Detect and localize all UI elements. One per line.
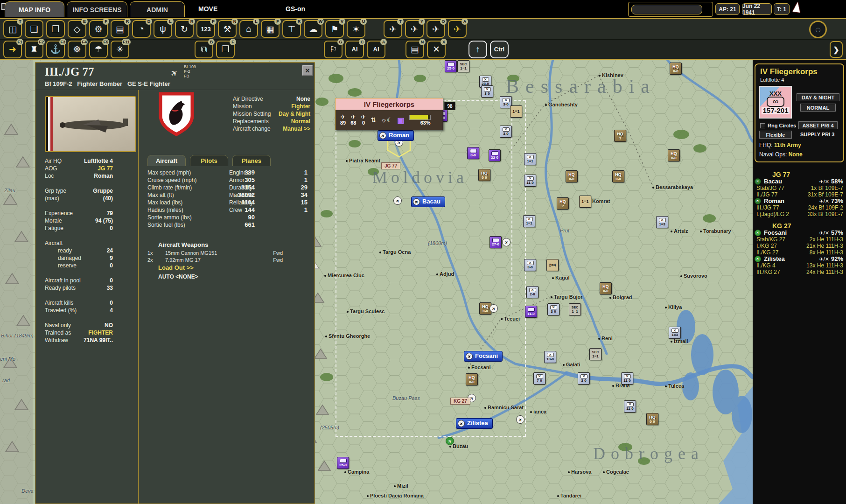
objectives-button[interactable]: ⚐G	[324, 41, 343, 58]
flexible-button[interactable]: Flexible	[759, 131, 792, 139]
air-group-row[interactable]: II./KG 413x He 111H-3	[753, 262, 846, 269]
airbase-row[interactable]: ✈Bacau✈/✕58%	[753, 178, 846, 185]
air-doctrine-button[interactable]: ψL	[154, 20, 172, 38]
unit-values-button[interactable]: 123P	[196, 20, 215, 38]
tab-info-screens[interactable]: INFO SCREENS	[67, 1, 127, 17]
airbase-flag-zilistea[interactable]: ✈Zilistea	[456, 418, 493, 429]
unit-counter-tan[interactable]: 2=4	[546, 259, 559, 271]
unit-counter-hq[interactable]: HQ?	[614, 130, 626, 142]
air-group-row[interactable]: II./KG 278x He 111H-3	[753, 249, 846, 256]
unit-counter-sec[interactable]: SEC1=1	[569, 303, 581, 315]
airbase-flag-focsani[interactable]: ✈Focsani	[464, 351, 503, 362]
tab-gs-on[interactable]: GS-on	[286, 5, 305, 13]
unit-counter-air[interactable]: 25-0	[337, 457, 349, 469]
show-equipment-button[interactable]: ◇E	[68, 20, 86, 38]
tab-move[interactable]: MOVE	[198, 5, 217, 13]
unit-counter-air[interactable]: 25-0	[445, 60, 457, 72]
unit-counter-tan[interactable]: 1=1	[579, 196, 591, 208]
compass-button[interactable]: ◌	[809, 21, 827, 38]
naval-interdiction-button[interactable]: ✶U	[347, 20, 365, 38]
airfield-marker[interactable]: ✈	[393, 196, 402, 205]
airfield-marker[interactable]: ✈	[502, 238, 510, 246]
air-group-row[interactable]: Stab/KG 272x He 111H-3	[753, 236, 846, 243]
jump-map-button[interactable]: ⧉B	[195, 41, 213, 58]
toggle-counters-button[interactable]: ◫T	[3, 20, 22, 38]
airfield-marker[interactable]: ✈	[446, 437, 454, 445]
tab-aircraft[interactable]: Aircraft	[147, 155, 186, 166]
rail-repair-button[interactable]: ▤R	[111, 20, 129, 38]
unit-counter-hq[interactable]: HQ?	[557, 197, 569, 210]
air-transport-mode-button[interactable]: ☂F5	[89, 41, 108, 58]
unit-counter-base[interactable]: ✕13-0	[544, 351, 556, 363]
air-group-row[interactable]: II./JG 7731x Bf 109E-7	[753, 191, 846, 198]
fhq-value[interactable]: 11th Army	[774, 142, 801, 148]
tab-pilots[interactable]: Pilots	[190, 155, 228, 166]
loadout-link[interactable]: Load Out >>	[158, 264, 194, 271]
group-header-kg27[interactable]: KG 27	[753, 222, 846, 230]
group-tag-kg27[interactable]: KG 27	[450, 398, 470, 405]
unit-counter-base[interactable]: ✕3-0	[547, 303, 559, 315]
unit-counter-base[interactable]: ✕3-0	[578, 372, 590, 385]
close-button[interactable]: ✕	[302, 65, 313, 76]
tab-map-info[interactable]: MAP INFO	[5, 1, 64, 17]
show-industry-button[interactable]: ⚒N	[218, 20, 237, 38]
partial-counter[interactable]: 98	[444, 102, 455, 110]
unit-counter-base[interactable]: ✕11-0	[624, 400, 636, 413]
rng-circles-checkbox[interactable]	[760, 123, 765, 128]
asset-pri-button[interactable]: ASSET PRI 4	[798, 121, 838, 129]
logistics-delay-button[interactable]: ◔D	[132, 20, 151, 38]
air-group-row[interactable]: III./KG 2724x He 111H-3	[753, 269, 846, 275]
unit-counter-base[interactable]: ✕11-0	[621, 372, 633, 385]
air-transfer-button[interactable]: ✈A	[448, 20, 467, 38]
normal-button[interactable]: NORMAL	[800, 104, 836, 112]
unit-counter-hq[interactable]: HQ0-0	[670, 63, 682, 75]
airbase-row[interactable]: ✈Focsani✈/✕57%	[753, 230, 846, 236]
auto-loadout-link[interactable]: AUTO <NONE>	[158, 273, 198, 280]
unit-counter-hq[interactable]: HQ0-0	[668, 149, 680, 161]
directive-value[interactable]: Day & Night	[279, 110, 310, 118]
unit-counter-hq[interactable]: HQ0-0	[600, 282, 612, 294]
unit-counter-base[interactable]: ✕1=3	[669, 327, 681, 339]
move-mode-button[interactable]: ➜F1	[3, 41, 22, 58]
ctrl-key-button[interactable]: Ctrl	[490, 41, 509, 58]
unit-counter-sec[interactable]: SEC1=1	[457, 60, 469, 72]
group-header-jg77[interactable]: JG 77	[753, 171, 846, 178]
save-game-button[interactable]: ❏	[25, 20, 43, 38]
combat-mode-button[interactable]: ✳F11	[111, 41, 129, 58]
tab-admin[interactable]: ADMIN	[130, 1, 185, 17]
naval-transport-mode-button[interactable]: ⚓F3	[46, 41, 65, 58]
unit-counter-air[interactable]: 22-0	[489, 149, 501, 161]
airbase-row[interactable]: ✈Zilistea✈/✕92%	[753, 256, 846, 262]
air-group-row[interactable]: I./KG 2721x He 111H-3	[753, 243, 846, 249]
air-group-row[interactable]: III./JG 7724x Bf 109F-2	[753, 204, 846, 211]
air-group-row[interactable]: I.(Jagd)/LG 233x Bf 109E-7	[753, 211, 846, 217]
unit-counter-base[interactable]: ✕3-0	[500, 126, 512, 138]
unit-counter-base[interactable]: ✕7-0	[533, 372, 545, 385]
airbase-flag-roman[interactable]: ✈Roman	[378, 130, 414, 141]
scroll-right-button[interactable]: ❯	[830, 41, 843, 58]
refresh-units-button[interactable]: ↻R	[175, 20, 194, 38]
group-tag-jg77[interactable]: JG 77	[381, 162, 400, 169]
air-hq-popup[interactable]: IV Fliegerkorps ✈89✈68✈0⇅☼☾▣63%	[335, 98, 443, 130]
unit-counter-base[interactable]: ✕3-0	[481, 85, 493, 98]
unit-counter-tan[interactable]: 1=1	[510, 105, 522, 118]
amphibious-mode-button[interactable]: ☸F4	[68, 41, 86, 58]
unit-counter-base[interactable]: ✕1=3	[656, 216, 668, 228]
airfield-marker[interactable]: ✈	[489, 304, 498, 313]
air-ai-button[interactable]: AIA	[367, 41, 385, 58]
city-ai-button[interactable]: AIC	[345, 41, 364, 58]
commanders-report-button[interactable]: ▤N	[406, 41, 424, 58]
directive-value[interactable]: Fighter	[291, 103, 310, 110]
weather-button[interactable]: ☁W	[304, 20, 322, 38]
tab-planes[interactable]: Planes	[232, 155, 271, 166]
split-screen-button[interactable]: ❐F	[216, 41, 235, 58]
unit-counter-air[interactable]: 11-0	[525, 306, 537, 318]
unit-counter-base[interactable]: ✕3-0	[524, 259, 536, 271]
directive-value[interactable]: None	[296, 95, 310, 103]
unit-counter-base[interactable]: ✕11-0	[524, 175, 536, 187]
unit-counter-hq[interactable]: HQ0-0	[566, 170, 578, 182]
directive-value[interactable]: Normal	[291, 118, 310, 125]
directive-value[interactable]: Manual >>	[283, 125, 310, 133]
clear-orders-button[interactable]: ✕X	[427, 41, 446, 58]
level-up-button[interactable]: ↑	[468, 41, 487, 58]
